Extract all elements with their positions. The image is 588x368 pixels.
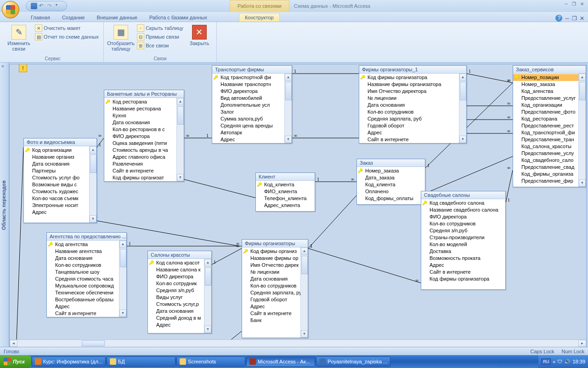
field[interactable]: Сайт в интернете [359,136,459,143]
undo-icon[interactable]: ↶ [39,3,45,9]
table-org1[interactable]: Фирмы организаторы_1Код фирмы организато… [359,65,467,144]
field[interactable]: Предоставление_услу [513,150,578,157]
field[interactable]: Средняя стоимость часа [47,276,119,282]
field[interactable]: Предоставление_услуг [513,95,578,102]
field[interactable]: Код фирмы организатора [421,276,505,282]
field[interactable]: Сайт в интернете [421,269,505,276]
field[interactable]: Код_организации [513,102,578,109]
field[interactable]: Дата основания [359,102,459,109]
table-salon[interactable]: Салоны красотыКод салона красотНазвание … [147,251,212,334]
field[interactable]: Номер_заказа [513,81,578,88]
field[interactable]: Код_клиента [357,181,425,188]
field[interactable]: Техническое обеспечени [47,289,119,296]
edit-relationships-button[interactable]: ✎ Изменить связи [6,24,32,52]
tab-home[interactable]: Главная [25,13,56,22]
field[interactable]: Электронные носит [24,202,89,209]
field[interactable]: ФИО_клиента [256,188,315,195]
doc-minimize-icon[interactable]: ─ [565,15,569,22]
field[interactable]: ФИО директора [104,133,176,140]
field[interactable]: Сайт в интернете [104,167,176,174]
horizontal-scrollbar[interactable]: ◄ ► [10,339,586,347]
field[interactable]: Сайт в интернете [47,310,119,317]
tab-create[interactable]: Создание [56,13,91,22]
office-button[interactable] [2,1,19,18]
hide-table-button[interactable]: ▫Скрыть таблицу [136,24,184,32]
field[interactable]: Средняя з/п,руб [421,227,505,234]
clear-layout-button[interactable]: ✕Очистить макет [34,24,100,32]
field[interactable]: Сумма залога,руб [212,115,284,122]
field[interactable]: Кол-во сотрудников [242,282,300,289]
field[interactable]: Код свадебного салона [421,200,505,207]
field[interactable]: Кухня [104,112,176,119]
tab-design[interactable]: Конструктор [239,13,280,22]
redo-icon[interactable]: ↷ [47,3,54,9]
field[interactable]: Оплачено [357,188,425,195]
field[interactable]: Залог [212,109,284,115]
maximize-icon[interactable]: ❐ [571,1,577,6]
field[interactable]: Кол-во сотрудников [359,109,459,115]
table-order[interactable]: ЗаказНомер_заказаДата_заказаКод_клиентаО… [356,159,425,205]
table-header[interactable]: Фирмы организаторы_1 [359,66,466,74]
field[interactable]: Автопарк [212,129,284,136]
table-agency[interactable]: Агентства по предоставлению ...Код агент… [46,232,127,317]
vertical-scrollbar[interactable]: ▲▼ [284,74,292,143]
field[interactable]: Дополнительные усл [212,102,284,109]
direct-relations-button[interactable]: ⊟Прямые связи [136,33,184,41]
relationships-canvas[interactable]: ! 1∞∞11∞1∞∞∞∞1∞1∞11∞1∞1∞1∞ Фото и видеос… [9,64,587,348]
table-header[interactable]: Клиент [256,173,315,181]
field[interactable]: Предоставление_свад [513,164,578,171]
vertical-scrollbar[interactable]: ▲▼ [89,146,96,223]
field[interactable]: Адрес_клиента [256,202,315,209]
field[interactable]: Имя Отчество дирек [242,262,300,269]
field[interactable]: Название фирмы организатора [359,81,459,88]
field[interactable]: Возможность проката [421,255,505,262]
show-table-button[interactable]: ▦ Отобразить таблицу [107,24,134,52]
field[interactable]: Годовой оборот [359,122,459,129]
field[interactable]: Стоимость аренды в ча [104,147,176,154]
all-relations-button[interactable]: ⊞Все связи [136,41,184,50]
field[interactable]: Кол-во сотрудников [47,262,119,269]
system-tray[interactable]: RU « 🛡 🔊 18:39 [538,355,588,368]
start-button[interactable]: Пуск [0,355,31,368]
field[interactable]: Код_агенства [513,88,578,95]
field[interactable]: Банк [242,317,300,324]
table-header[interactable]: Салоны красоты [148,251,211,259]
field[interactable]: ФИО директора [148,273,204,280]
field[interactable]: Средняя зарплата, ру [242,289,300,296]
field[interactable]: Название свадебного салона [421,207,505,213]
vertical-scrollbar[interactable]: ▲▼ [176,98,184,181]
taskbar-item[interactable]: Microsoft Access - Ак... [246,356,315,367]
field[interactable]: Код ресторана [104,98,176,105]
field[interactable]: Код агентства [47,241,119,248]
field[interactable]: Дата основания [148,308,204,315]
field[interactable]: Предоставление_рест [513,122,578,129]
field[interactable]: Код фирмы организат [104,174,176,181]
field[interactable]: Кол-во сотрудников [421,220,505,227]
field[interactable]: ФИО директора [421,213,505,220]
field[interactable]: Код_салона_красоты [513,143,578,150]
table-header[interactable]: Заказ [357,159,425,167]
relationship-report-button[interactable]: ▤Отчет по схеме данных [34,33,100,41]
help-icon[interactable]: ? [555,15,562,22]
field[interactable]: Средняя зарплата, руб [359,115,459,122]
field[interactable]: Код_ресторана [513,115,578,122]
field[interactable]: Дата основания [24,161,89,167]
field[interactable]: Код транспортной фи [212,74,284,81]
field[interactable]: Номер_позиции [513,74,578,81]
field[interactable]: Название организ [24,154,89,161]
field[interactable]: Код фирмы организатора [359,74,459,81]
table-header[interactable]: Свадебные салоны [421,191,505,199]
field[interactable]: Вид автомобилей [212,95,284,102]
navigation-pane-collapsed[interactable]: » Область переходов [0,63,9,348]
tab-external[interactable]: Внешние данные [91,13,143,22]
qat-dropdown-icon[interactable]: ▾ [56,3,62,9]
field[interactable]: Код организации [24,147,89,154]
field[interactable]: Код_транспортной_фи [513,129,578,136]
field[interactable]: Название салона к [148,266,204,273]
taskbar-item[interactable]: БД [107,356,175,367]
field[interactable]: ФИО директора [212,88,284,95]
field[interactable]: Код_свадебного_сало [513,157,578,164]
scroll-left-icon[interactable]: ◄ [10,340,17,347]
close-button[interactable]: ✕ Закрыть [186,24,213,47]
table-header[interactable]: Фото и видеосъемка [24,138,96,146]
